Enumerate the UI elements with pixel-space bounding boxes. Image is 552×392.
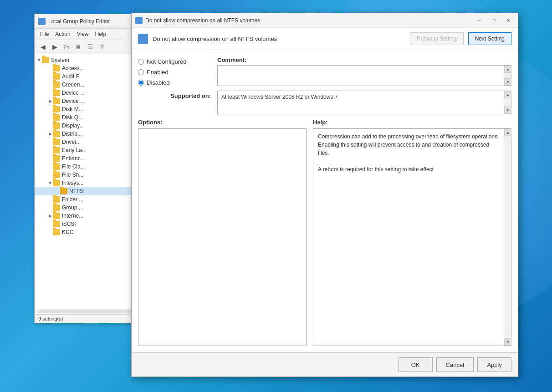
prev-setting-button[interactable]: Previous Setting xyxy=(410,32,463,45)
tree-folder-icon-ntfs xyxy=(60,188,67,194)
radio-section: Not Configured Enabled Disabled xyxy=(138,56,211,86)
cancel-button[interactable]: Cancel xyxy=(436,357,474,372)
supported-row: Supported on: At least Windows Server 20… xyxy=(138,91,511,114)
radio-not-configured-label: Not Configured xyxy=(147,58,186,65)
tree-folder-icon-creden xyxy=(53,81,60,88)
radio-not-configured[interactable]: Not Configured xyxy=(138,58,211,65)
help-scroll-down[interactable]: ▼ xyxy=(504,338,511,346)
radio-enabled[interactable]: Enabled xyxy=(138,69,211,76)
tree-folder-icon-system xyxy=(42,57,49,63)
tree-folder-icon-filesh xyxy=(53,172,60,178)
dialog-header-title: Do not allow compression on all NTFS vol… xyxy=(153,36,405,42)
options-section: Options: xyxy=(138,119,307,346)
radio-comment-row: Not Configured Enabled Disabled Comment:… xyxy=(138,56,511,86)
tree-folder-icon-filecla xyxy=(53,163,60,170)
scroll-up-arrow[interactable]: ▲ xyxy=(504,66,511,73)
supported-scrollbar[interactable]: ▲ ▼ xyxy=(504,91,511,114)
comment-section: Comment: ▲ ▼ xyxy=(217,56,511,86)
tree-folder-icon-iscsi xyxy=(53,221,60,227)
ok-button[interactable]: OK xyxy=(399,357,433,372)
comment-label: Comment: xyxy=(217,56,511,63)
tree-folder-icon-driver xyxy=(53,139,60,145)
tree-label-filesh: File Sh... xyxy=(62,172,83,178)
dialog-titlebar: Do not allow compression on all NTFS vol… xyxy=(132,13,518,28)
maximize-button[interactable]: □ xyxy=(488,16,500,25)
toolbar-help[interactable]: ? xyxy=(97,41,107,52)
tree-folder-icon-folder xyxy=(53,196,60,203)
supported-value-wrapper: At least Windows Server 2008 R2 or Windo… xyxy=(217,91,511,114)
radio-disabled-input[interactable] xyxy=(138,80,144,86)
help-text: Compression can add to the processing ov… xyxy=(313,129,504,346)
menu-view[interactable]: View xyxy=(74,30,92,38)
dialog-header-icon xyxy=(138,34,148,44)
toolbar-monitor[interactable]: 🖥 xyxy=(73,41,84,52)
tree-folder-icon-diskq xyxy=(53,114,60,121)
radio-not-configured-input[interactable] xyxy=(138,59,144,65)
tree-label-ntfs: NTFS xyxy=(69,188,83,194)
tree-label-filecla: File Cla... xyxy=(62,163,85,170)
radio-enabled-input[interactable] xyxy=(138,69,144,75)
tree-label-driver: Driver... xyxy=(62,139,81,145)
tree-folder-icon-kdc xyxy=(53,229,60,235)
tree-label-device1: Device ... xyxy=(62,90,85,96)
toolbar-back[interactable]: ◀ xyxy=(37,41,48,52)
tree-folder-icon-filesys xyxy=(53,180,60,186)
tree-label-system: System xyxy=(51,57,69,63)
radio-disabled[interactable]: Disabled xyxy=(138,79,211,86)
menu-file[interactable]: File xyxy=(37,30,51,38)
dialog-header: Do not allow compression on all NTFS vol… xyxy=(132,28,518,50)
help-text-content: Compression can add to the processing ov… xyxy=(318,133,499,173)
supported-scroll-up[interactable]: ▲ xyxy=(504,91,511,98)
tree-label-iscsi: iSCSI xyxy=(62,221,76,227)
tree-expand-interne: ▶ xyxy=(47,214,53,218)
options-help-row: Options: Help: Compression can add to th… xyxy=(138,119,511,346)
tree-folder-icon-early xyxy=(53,147,60,153)
options-box xyxy=(138,128,307,346)
tree-expand-filesys: ▼ xyxy=(47,181,53,185)
tree-label-folder: Folder ... xyxy=(62,196,83,203)
menu-help[interactable]: Help xyxy=(92,30,109,38)
apply-button[interactable]: Apply xyxy=(477,357,511,372)
toolbar-folder[interactable]: 🗁 xyxy=(61,41,72,52)
tree-label-early: Early La... xyxy=(62,147,87,153)
supported-value: At least Windows Server 2008 R2 or Windo… xyxy=(218,91,504,114)
lgpe-window-icon xyxy=(38,18,46,25)
tree-expand-device2: ▶ xyxy=(47,99,53,103)
tree-folder-icon-enhanc xyxy=(53,155,60,162)
tree-folder-icon-group xyxy=(53,204,60,211)
supported-scroll-down[interactable]: ▼ xyxy=(504,107,511,114)
close-button[interactable]: ✕ xyxy=(502,16,514,25)
help-scrollbar[interactable]: ▲ ▼ xyxy=(504,129,511,346)
help-scroll-up[interactable]: ▲ xyxy=(504,129,511,136)
tree-label-group: Group ... xyxy=(62,204,83,211)
toolbar-list[interactable]: ☰ xyxy=(85,41,96,52)
tree-expand-distrib: ▶ xyxy=(47,132,53,136)
tree-folder-icon-diskm xyxy=(53,106,60,112)
tree-folder-icon-access xyxy=(53,65,60,71)
tree-label-access: Access... xyxy=(62,65,84,71)
help-box-wrapper: Compression can add to the processing ov… xyxy=(313,128,511,346)
tree-label-diskm: Disk M... xyxy=(62,106,83,112)
tree-label-device2: Device ... xyxy=(62,98,85,104)
dialog-body: Not Configured Enabled Disabled Comment:… xyxy=(132,50,518,352)
lgpe-title: Local Group Policy Editor xyxy=(48,18,110,25)
comment-scrollbar[interactable]: ▲ ▼ xyxy=(504,66,511,86)
tree-label-filesys: Filesys... xyxy=(62,180,83,186)
menu-action[interactable]: Action xyxy=(52,30,73,38)
tree-label-enhanc: Enhanc... xyxy=(62,155,85,162)
tree-label-display: Display... xyxy=(62,122,84,129)
tree-folder-icon-display xyxy=(53,122,60,129)
tree-label-audit: Audit P xyxy=(62,73,80,80)
help-label: Help: xyxy=(313,119,511,126)
next-setting-button[interactable]: Next Setting xyxy=(468,32,511,45)
dialog-title-icon xyxy=(135,17,143,24)
tree-label-creden: Creden... xyxy=(62,81,84,88)
toolbar-forward[interactable]: ▶ xyxy=(49,41,60,52)
scroll-down-arrow[interactable]: ▼ xyxy=(504,78,511,86)
dialog-title-text: Do not allow compression on all NTFS vol… xyxy=(145,17,470,24)
tree-folder-icon-device1 xyxy=(53,90,60,96)
tree-label-interne: Interne... xyxy=(62,213,83,219)
tree-label-kdc: KDC xyxy=(62,229,73,235)
comment-textarea[interactable] xyxy=(218,66,504,86)
minimize-button[interactable]: – xyxy=(473,16,485,25)
